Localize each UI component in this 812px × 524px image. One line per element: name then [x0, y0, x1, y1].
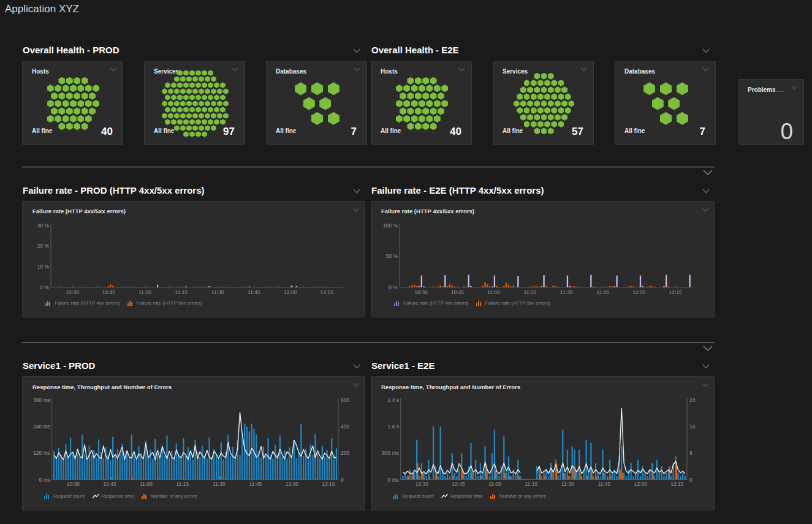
health-hexagon: [180, 125, 186, 131]
health-tile-e2e-hosts[interactable]: HostsAll fine40: [371, 61, 472, 145]
health-hexagon: [396, 115, 403, 123]
health-hexagon: [211, 101, 216, 107]
section-collapse-icon[interactable]: [702, 189, 710, 194]
health-hexagon: [168, 101, 173, 107]
health-hexagon: [558, 107, 564, 114]
section-collapse-icon[interactable]: [702, 48, 710, 53]
legend-item: Response time: [441, 493, 483, 499]
chart-legend: Failure rate (HTTP 4xx errors)Failure ra…: [394, 300, 550, 306]
bar-series-icon: [490, 493, 497, 499]
section-collapse-icon[interactable]: [702, 364, 710, 369]
health-hexagon: [295, 82, 306, 95]
tile-menu-icon[interactable]: [791, 85, 798, 89]
health-hexagon: [205, 88, 210, 94]
bar-series-icon: [394, 300, 401, 306]
health-tile-e2e-services[interactable]: ServicesAll fine57: [493, 61, 594, 145]
health-hexagon: [534, 114, 540, 121]
health-hexagon: [514, 101, 520, 107]
x-axis-label: 11:00: [133, 289, 157, 295]
tile-menu-icon[interactable]: [458, 67, 465, 72]
health-hexagon: [565, 93, 571, 100]
legend-label: Request count: [53, 494, 85, 499]
health-hexagon: [220, 107, 226, 113]
health-hexagon: [520, 101, 526, 107]
tile-menu-icon[interactable]: [702, 67, 709, 72]
legend-label: Response time: [450, 494, 483, 499]
line-series-icon: [93, 493, 99, 499]
tile-menu-icon[interactable]: [232, 67, 238, 72]
health-hexagon: [527, 114, 533, 121]
health-hexagon: [220, 82, 226, 88]
health-hexagon: [63, 85, 69, 92]
problems-tile[interactable]: Problems0: [738, 79, 804, 145]
health-hexagon: [660, 112, 672, 125]
health-hexagon: [63, 115, 69, 123]
health-hexagon: [548, 114, 554, 121]
health-hexagon: [551, 121, 557, 127]
tile-menu-icon[interactable]: [110, 67, 116, 72]
health-hexagon: [434, 100, 441, 107]
separator-collapse-icon[interactable]: [703, 170, 713, 175]
health-hexagon: [531, 121, 537, 127]
health-hexagon: [171, 119, 176, 125]
health-hexagon: [422, 77, 429, 85]
x-axis-label: 11:00: [482, 289, 506, 295]
health-hexagon: [407, 107, 414, 115]
legend-item: Failure rate (HTTP 5xx errors): [127, 300, 202, 306]
section-collapse-icon[interactable]: [353, 48, 360, 53]
health-hexagon: [220, 94, 226, 101]
dashboard: Application XYZ Overall Health - PRODOve…: [0, 0, 812, 524]
health-tile-prod-hosts[interactable]: HostsAll fine40: [22, 61, 123, 145]
x-axis-label: 10:45: [445, 289, 469, 295]
health-hexagon: [171, 107, 176, 113]
separator-collapse-icon[interactable]: [703, 346, 713, 351]
chart-canvas-service-prod: [23, 377, 366, 511]
y-axis-label-right: 16: [689, 423, 695, 430]
health-hexagon: [537, 93, 544, 100]
chart-tile-service-e2e: Response time, Throughput and Number of …: [371, 376, 715, 511]
health-hexagon: [186, 88, 192, 94]
health-hexagon: [183, 70, 189, 76]
health-hexagon: [426, 85, 433, 92]
health-hexagon: [214, 82, 219, 88]
health-tile-e2e-databases[interactable]: DatabasesAll fine7: [615, 61, 716, 145]
health-hexagon: [527, 86, 533, 93]
bar-series-icon: [127, 300, 134, 306]
health-hexagon: [192, 76, 198, 82]
health-hexagon: [192, 88, 198, 94]
x-axis-label: 11:15: [169, 289, 194, 295]
health-tile-prod-databases[interactable]: DatabasesAll fine7: [266, 61, 367, 145]
health-hexagon: [415, 93, 422, 100]
health-hexagon: [66, 93, 73, 100]
health-hexagon: [55, 115, 61, 123]
health-hexagon: [534, 101, 540, 107]
health-hexagon: [82, 93, 88, 100]
health-hexagon: [202, 107, 207, 113]
legend-item: Number of any errors: [490, 493, 546, 499]
health-hexagon: [51, 93, 58, 100]
health-hexagon: [183, 119, 189, 125]
legend-label: Number of any errors: [151, 494, 197, 499]
health-hexagon: [217, 88, 222, 94]
health-tile-prod-services[interactable]: ServicesAll fine97: [144, 61, 245, 145]
section-title-service-e2e: Service1 - E2E: [371, 360, 434, 371]
section-collapse-icon[interactable]: [353, 364, 360, 369]
health-hexagon: [541, 73, 547, 80]
health-hexagon: [396, 100, 403, 107]
legend-item: Request count: [393, 493, 434, 499]
health-hexagon: [217, 113, 222, 119]
section-collapse-icon[interactable]: [353, 189, 360, 194]
x-axis-label: 11:00: [482, 481, 507, 487]
health-hexagon: [195, 131, 201, 137]
health-hexagon: [174, 113, 180, 119]
tile-menu-icon[interactable]: [354, 67, 360, 72]
health-tile-title: Databases: [276, 68, 306, 75]
y-axis-label: 100 %: [373, 222, 398, 229]
health-hexagon: [548, 127, 554, 134]
health-hexagon: [177, 107, 183, 113]
health-hexagon: [177, 82, 183, 88]
x-axis-label: 10:30: [409, 289, 433, 295]
x-axis-label: 11:45: [243, 481, 268, 487]
health-hexagon: [55, 85, 61, 92]
tile-menu-icon[interactable]: [580, 67, 587, 72]
